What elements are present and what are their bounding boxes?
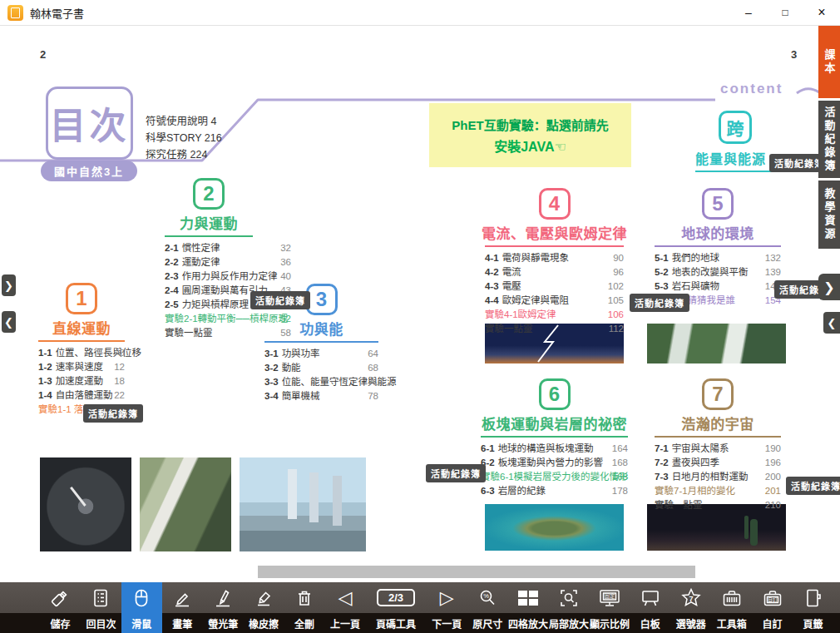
toc-item[interactable]: 3-2動能68	[264, 361, 378, 375]
toc-item-title: 晝夜與四季	[672, 456, 762, 470]
toc-item[interactable]: 6-2板塊運動與內營力的影響168	[481, 456, 628, 470]
toc-item[interactable]: 實驗7-1月相的變化201	[655, 484, 781, 498]
toc-item[interactable]: 3-4簡單機械78	[264, 389, 378, 403]
toc-item[interactable]: 3-3位能、能量守恆定律與能源71	[264, 375, 378, 389]
toc-item[interactable]: 7-3日地月的相對運動200	[655, 470, 781, 484]
cross-unit-title[interactable]: 能量與能源	[695, 148, 766, 168]
toc-item[interactable]: 4-3電壓102	[485, 279, 624, 294]
toc-item[interactable]: 2-3作用力與反作用力定律40	[165, 270, 291, 284]
toc-item[interactable]: 4-2電流96	[485, 265, 624, 279]
four-grid-zoom-button[interactable]: 四格放大	[508, 582, 549, 633]
whiteboard-button[interactable]: 白板	[630, 582, 670, 633]
chapter-4-rule	[485, 245, 624, 247]
maximize-button[interactable]: □	[767, 0, 803, 25]
front-matter-item[interactable]: 科學STORY 216	[146, 130, 222, 146]
toc-title-box: 目次	[46, 87, 133, 160]
chapter-4-title[interactable]: 電流、電壓與歐姆定律	[482, 222, 627, 243]
svg-text:7: 7	[689, 594, 693, 602]
toc-item[interactable]: 5-2地表的改變與平衡139	[655, 265, 781, 279]
chapter-5-number-icon[interactable]: 5	[702, 188, 734, 220]
horizontal-scrollbar[interactable]	[258, 566, 695, 578]
activity-badge-ch6[interactable]: 活動紀錄簿	[426, 464, 486, 482]
toc-item[interactable]: 實驗一點靈112	[485, 322, 624, 336]
chapter-6-title[interactable]: 板塊運動與岩層的祕密	[482, 413, 627, 433]
delete-all-button[interactable]: 全刪	[284, 582, 325, 633]
front-matter-item[interactable]: 探究任務 224	[146, 146, 222, 163]
tab-activity-notebook[interactable]: 活動紀錄簿	[818, 101, 840, 178]
cross-unit-icon[interactable]: 跨	[719, 111, 752, 144]
chapter-6-number-icon[interactable]: 6	[539, 378, 571, 410]
toc-item[interactable]: 7-2晝夜與四季196	[655, 456, 781, 470]
number-picker-button[interactable]: 7 選號器	[670, 582, 711, 633]
toc-item[interactable]: 5-1我們的地球132	[655, 251, 781, 265]
toc-item[interactable]: 實驗6-1模擬岩層受力後的變化情形168	[481, 470, 628, 484]
toc-item[interactable]: 1-3加速度運動18	[38, 374, 125, 388]
toc-item-title: 歐姆定律與電阻	[502, 294, 605, 308]
left-edge-forward-arrow[interactable]: ❯	[2, 274, 16, 296]
chapter-5-title[interactable]: 地球的環境	[681, 222, 754, 243]
toc-item[interactable]: 1-4自由落體運動22	[38, 388, 125, 403]
front-matter-item[interactable]: 符號使用說明 4	[146, 113, 222, 130]
toc-item[interactable]: 1-2速率與速度12	[38, 360, 125, 374]
svg-text:自訂: 自訂	[768, 596, 778, 603]
toc-item[interactable]: 6-3岩層的紀錄178	[481, 484, 628, 498]
left-edge-back-arrow[interactable]: ❮	[2, 311, 16, 333]
toc-item[interactable]: 4-4歐姆定律與電阻105	[485, 294, 624, 308]
toc-item[interactable]: 4-1電荷與靜電現象90	[485, 251, 624, 265]
custom-button[interactable]: 自訂 自訂	[752, 582, 793, 633]
chapter-2-title[interactable]: 力與運動	[180, 212, 238, 233]
toc-item-title: 實驗4-1歐姆定律	[485, 308, 605, 322]
mouse-tool-button[interactable]: 滑鼠	[121, 582, 162, 633]
toc-item[interactable]: 6-1地球的構造與板塊運動164	[481, 442, 628, 456]
toc-item[interactable]: 2-1慣性定律32	[165, 241, 291, 255]
toc-item-number: 4-1	[485, 251, 499, 265]
toc-item-number: 7-2	[655, 456, 669, 470]
chapter-3-title[interactable]: 功與能	[299, 318, 343, 339]
right-edge-forward-arrow[interactable]: ❯	[818, 274, 840, 300]
partial-zoom-button[interactable]: 局部放大	[549, 582, 590, 633]
chapter-3-number-icon[interactable]: 3	[306, 284, 338, 315]
toc-item-number: 6-1	[481, 442, 495, 456]
chapter-2-number-icon[interactable]: 2	[193, 178, 225, 210]
chapter-7-number-icon[interactable]: 7	[702, 378, 734, 410]
next-page-button[interactable]: ▷ 下一頁	[427, 582, 467, 633]
pen-tool-button[interactable]: 畫筆	[162, 582, 203, 633]
minimize-button[interactable]: –	[730, 0, 767, 25]
close-button[interactable]: ×	[803, 0, 840, 25]
activity-badge-ch1[interactable]: 活動紀錄簿	[83, 404, 143, 423]
back-to-contents-button[interactable]: 回目次	[81, 582, 121, 633]
highlighter-tool-button[interactable]: 螢光筆	[203, 582, 244, 633]
page-tab-button[interactable]: 頁籤	[793, 582, 833, 633]
eraser-tool-button[interactable]: 橡皮擦	[244, 582, 284, 633]
tab-textbook[interactable]: 課本	[818, 26, 840, 98]
page-indicator[interactable]: 2/3	[377, 589, 415, 606]
chapter-1-title[interactable]: 直線運動	[52, 317, 111, 338]
tab-teaching-resources[interactable]: 教學資源	[818, 181, 840, 249]
toc-item[interactable]: 1-1位置、路徑長與位移8	[38, 346, 125, 360]
toc-item-page: 196	[765, 456, 781, 470]
toc-item[interactable]: 5-3岩石與礦物149	[655, 279, 781, 294]
chapter-4-number-icon[interactable]: 4	[539, 188, 571, 220]
save-button[interactable]: 儲存	[40, 582, 81, 633]
chapter-7-items: 7-1宇宙與太陽系1907-2晝夜與四季1967-3日地月的相對運動200實驗7…	[655, 442, 781, 512]
toc-item[interactable]: 3-1功與功率64	[264, 347, 378, 361]
display-ratio-button[interactable]: 固定 顯示比例	[589, 582, 630, 633]
page-number-tool[interactable]: 2/3 頁碼工具	[365, 582, 426, 633]
original-size-button[interactable]: % 原尺寸	[467, 582, 508, 633]
toc-item[interactable]: 2-2運動定律36	[165, 255, 291, 270]
toc-item[interactable]: 7-1宇宙與太陽系190	[655, 442, 781, 456]
activity-badge-ch2[interactable]: 活動紀錄簿	[250, 291, 310, 309]
chapter-7-title[interactable]: 浩瀚的宇宙	[681, 413, 754, 433]
toc-item[interactable]: 實驗一點靈210	[655, 498, 781, 512]
toolbox-button[interactable]: 工具箱	[711, 582, 752, 633]
toc-item-title: 日地月的相對運動	[672, 470, 762, 484]
right-edge-back-arrow[interactable]: ❮	[823, 312, 840, 334]
previous-page-button[interactable]: ◁ 上一頁	[324, 582, 365, 633]
activity-badge-ch7[interactable]: 活動紀錄簿	[786, 477, 840, 495]
phet-notice[interactable]: PhET互動實驗：點選前請先 安裝JAVA☜	[429, 103, 631, 167]
chapter-1-number-icon[interactable]: 1	[66, 283, 97, 314]
toc-item-number: 1-4	[38, 388, 52, 403]
toc-item[interactable]: 實驗4-1歐姆定律106	[485, 308, 624, 322]
activity-badge-ch4[interactable]: 活動紀錄簿	[630, 294, 689, 312]
contents-list-icon	[90, 582, 111, 613]
